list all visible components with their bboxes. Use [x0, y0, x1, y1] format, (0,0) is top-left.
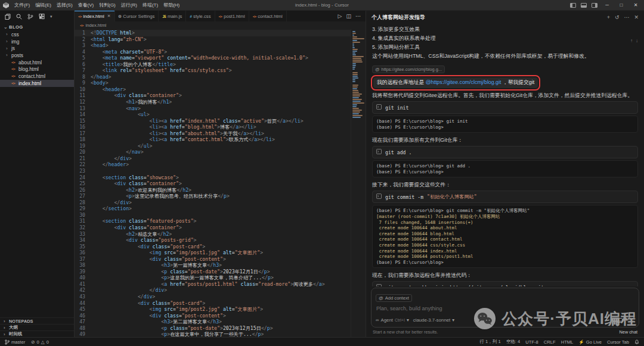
code-block[interactable]: git remote add origin https://gitee.com/…: [372, 281, 638, 286]
git-branch-indicator[interactable]: master: [5, 339, 25, 345]
minimap-line: [352, 86, 358, 88]
maximize-button[interactable]: [617, 2, 626, 8]
minimize-button[interactable]: [602, 2, 612, 8]
minimap-line: [352, 65, 356, 66]
cursor-tab-indicator[interactable]: Cursor Tab: [607, 339, 629, 345]
toggle-panel-icon[interactable]: [581, 3, 587, 8]
gitee-repo-link[interactable]: @https://gitee.com/clcmj/blog.git: [426, 79, 501, 85]
close-icon[interactable]: ✕: [107, 14, 111, 18]
search-icon[interactable]: [16, 14, 22, 20]
menu-item[interactable]: 终端(T): [140, 1, 160, 10]
at-icon: @: [379, 295, 383, 301]
toggle-secondary-sidebar-icon[interactable]: [592, 3, 597, 8]
minimap-line: [352, 31, 355, 32]
tab-label: style.css: [193, 14, 210, 19]
editor-tab[interactable]: <>contact.html: [249, 11, 287, 21]
agent-mode-label: Agent: [381, 317, 393, 323]
minimap-line: [352, 60, 362, 61]
editor-tab[interactable]: #style.css: [186, 11, 215, 21]
close-chat-icon[interactable]: ✕: [634, 14, 639, 20]
chat-input-placeholder[interactable]: Plan, search, build anything: [376, 306, 634, 311]
minimap-line: [352, 108, 359, 109]
sidebar-panel-header[interactable]: ›时间线: [0, 331, 74, 337]
user-message: 我的远程仓库地址是 @https://gitee.com/clcmj/blog.…: [373, 77, 538, 88]
sidebar-panel-header[interactable]: ›大纲: [0, 324, 74, 331]
terminal-icon: [376, 149, 382, 155]
editor-group: <>index.html✕⚙Cursor SettingsJSmain.js#s…: [75, 11, 366, 337]
toggle-sidebar-icon[interactable]: [570, 3, 576, 8]
encoding[interactable]: UTF-8: [525, 339, 538, 345]
minimap-line: [352, 47, 355, 48]
split-editor-icon[interactable]: ◫: [346, 13, 351, 19]
file-tree-item[interactable]: ›css: [0, 31, 74, 38]
explorer-icon[interactable]: [5, 14, 11, 20]
chevron-down-icon[interactable]: ▾: [50, 14, 52, 19]
menu-item[interactable]: 转到(G): [97, 1, 118, 10]
scroll-down-icon[interactable]: ↓: [636, 38, 638, 43]
menu-item[interactable]: 运行(R): [119, 1, 140, 10]
source-control-icon[interactable]: [27, 14, 33, 20]
editor-tab[interactable]: <>index.html✕: [75, 11, 115, 21]
cursor-logo-icon: [3, 2, 9, 8]
editor-tab[interactable]: JSmain.js: [159, 11, 186, 21]
menu-item[interactable]: 编辑(E): [33, 1, 54, 10]
menu-item[interactable]: 查看(V): [76, 1, 97, 10]
file-tree-item[interactable]: ›posts: [0, 52, 74, 59]
scroll-up-icon[interactable]: ↑: [630, 38, 633, 43]
language-mode[interactable]: HTML: [561, 339, 574, 345]
image-icon[interactable]: [617, 317, 623, 323]
code-line: 19 </ul>: [75, 143, 351, 149]
code-block[interactable]: git commit -m "初始化个人博客网站": [372, 191, 638, 203]
terminal-line: (base) PS E:\cursor\blog> git init: [376, 119, 634, 124]
add-context-chip[interactable]: @ Add context: [376, 294, 412, 302]
code-text: <header>: [91, 86, 126, 93]
go-live-button[interactable]: ⚡ Go Live: [578, 339, 602, 345]
code-line: 10 <header>: [75, 86, 351, 93]
explorer-section-header[interactable]: ⌄ BLOG: [0, 22, 74, 31]
context-pill[interactable]: @https://gitee.com/clcmj/blog.g...: [372, 66, 445, 73]
indentation[interactable]: 空格: 4: [506, 339, 521, 345]
line-number: 8: [75, 74, 91, 80]
minimap[interactable]: [351, 29, 366, 337]
code-block[interactable]: git add .: [372, 146, 638, 158]
tab-bar: <>index.html✕⚙Cursor SettingsJSmain.js#s…: [75, 11, 366, 21]
code-editor[interactable]: 1<!DOCTYPE html>2<html lang="zh-CN">3<he…: [75, 29, 351, 337]
menu-item[interactable]: 帮助(H): [161, 1, 182, 10]
history-icon[interactable]: ↺: [615, 14, 620, 20]
code-line: 29 </section>: [75, 205, 351, 212]
line-number: 13: [75, 105, 91, 112]
close-button[interactable]: [631, 2, 640, 8]
chat-input-box[interactable]: @ Add context Plan, search, build anythi…: [371, 288, 639, 328]
problems-indicator[interactable]: ⊘0 △0: [31, 339, 49, 345]
file-tree-item[interactable]: <>index.html: [0, 80, 74, 87]
editor-tab[interactable]: <>post1.html: [215, 11, 249, 21]
file-tree-item[interactable]: <>contact.html: [0, 73, 74, 80]
run-button[interactable]: ▷: [338, 13, 342, 19]
new-chat-icon[interactable]: +: [607, 14, 610, 20]
line-number: 30: [75, 212, 91, 219]
extensions-icon[interactable]: [39, 14, 45, 20]
bell-icon[interactable]: [634, 339, 639, 345]
code-text: </div>: [91, 200, 132, 206]
agent-mode-selector[interactable]: ∞ Agent Ctrl+I ▾: [376, 317, 409, 323]
cursor-position[interactable]: 行 1，列 1: [479, 339, 500, 345]
more-icon[interactable]: ⋯: [624, 14, 629, 20]
editor-tab[interactable]: ⚙Cursor Settings: [115, 11, 159, 21]
eol-sequence[interactable]: CRLF: [544, 339, 556, 345]
code-line: 8</head>: [75, 74, 351, 80]
file-tree-item[interactable]: ›img: [0, 38, 74, 45]
breadcrumb[interactable]: <> index.html: [75, 21, 366, 29]
code-block[interactable]: git init: [372, 101, 638, 114]
line-number: 17: [75, 130, 91, 137]
file-tree-item[interactable]: <>about.html: [0, 59, 74, 66]
more-actions-icon[interactable]: ⋯: [355, 13, 361, 19]
model-selector[interactable]: claude-3.7-sonnet ▾: [413, 317, 454, 323]
new-chat-button[interactable]: New chat: [620, 329, 637, 335]
menu-item[interactable]: 选择(S): [54, 1, 75, 10]
file-tree-item[interactable]: <>blog.html: [0, 66, 74, 73]
code-line: 5 <meta name="viewport" content="width=d…: [75, 55, 351, 61]
send-button[interactable]: ↑: [627, 316, 634, 324]
file-tree-item[interactable]: ›js: [0, 45, 74, 52]
menu-item[interactable]: 文件(F): [12, 1, 32, 10]
sidebar-panel-header[interactable]: ›NOTEPADS: [0, 317, 74, 324]
